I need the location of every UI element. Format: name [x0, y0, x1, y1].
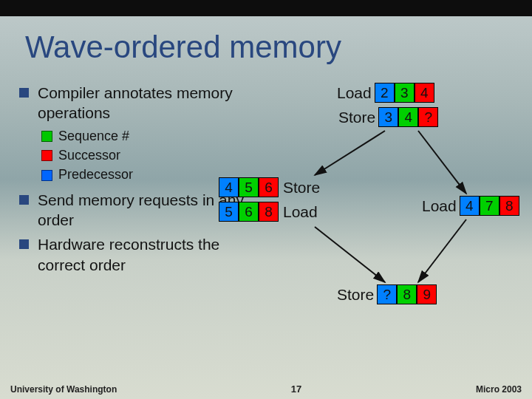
- op-right-load: Load 4 7 8: [422, 196, 519, 216]
- cell-seq: 8: [397, 284, 417, 304]
- bullet-2-text: Send memory requests in any order: [38, 190, 248, 231]
- cell-pred: 3: [378, 107, 398, 127]
- bullet-list: Compiler annotates memory operations Seq…: [19, 83, 248, 275]
- sub-1: Sequence #: [41, 128, 248, 145]
- op-left-load: 5 6 8 Load: [219, 202, 318, 222]
- content-area: Compiler annotates memory operations Seq…: [19, 83, 525, 377]
- cell-succ: ?: [418, 107, 438, 127]
- op-label: Load: [337, 84, 372, 102]
- op-label: Load: [283, 203, 318, 221]
- bullet-3: Hardware reconstructs the correct order: [19, 234, 248, 275]
- cell-succ: 4: [415, 83, 434, 103]
- bullet-icon: [19, 195, 29, 205]
- page-number: 17: [291, 383, 301, 395]
- op-top-store: Store 3 4 ?: [338, 107, 438, 127]
- sub-bullets: Sequence # Successor Predecessor: [41, 128, 248, 184]
- footer-right: Micro 2003: [476, 384, 522, 395]
- green-square-icon: [41, 131, 52, 142]
- slide-title: Wave-ordered memory: [0, 16, 532, 65]
- sub-3-text: Predecessor: [58, 166, 133, 183]
- op-label: Load: [422, 197, 457, 215]
- cell-pred: ?: [377, 284, 397, 304]
- cell-seq: 7: [480, 196, 499, 216]
- svg-line-0: [315, 131, 385, 175]
- op-label: Store: [337, 286, 374, 304]
- op-top-load: Load 2 3 4: [337, 83, 434, 103]
- top-black-bar: [0, 0, 532, 16]
- cell-succ: 9: [417, 284, 437, 304]
- cell-succ: 8: [259, 202, 279, 222]
- svg-line-2: [315, 227, 385, 282]
- op-label: Store: [283, 179, 320, 197]
- svg-line-1: [418, 131, 466, 194]
- cell-seq: 6: [239, 202, 259, 222]
- bullet-2: Send memory requests in any order: [19, 190, 248, 231]
- op-left-store: 4 5 6 Store: [219, 177, 320, 197]
- cell-seq: 5: [239, 177, 259, 197]
- bullet-icon: [19, 239, 29, 249]
- footer: University of Washington 17 Micro 2003: [0, 381, 532, 399]
- cell-seq: 4: [398, 107, 418, 127]
- diagram: Load 2 3 4 Store 3 4 ? 4 5 6 Store: [219, 79, 532, 360]
- op-label: Store: [338, 109, 375, 126]
- cell-seq: 3: [395, 83, 415, 103]
- op-bottom-store: Store ? 8 9: [337, 284, 437, 304]
- cell-pred: 5: [219, 202, 239, 222]
- sub-3: Predecessor: [41, 166, 248, 183]
- blue-square-icon: [41, 170, 52, 181]
- svg-line-3: [418, 219, 466, 282]
- red-square-icon: [41, 150, 52, 161]
- sub-2: Successor: [41, 147, 248, 164]
- bullet-1-text: Compiler annotates memory operations: [38, 83, 248, 123]
- sub-1-text: Sequence #: [58, 128, 129, 145]
- cell-succ: 6: [259, 177, 279, 197]
- sub-2-text: Successor: [58, 147, 120, 164]
- footer-left: University of Washington: [10, 384, 117, 395]
- cell-succ: 8: [499, 196, 519, 216]
- bullet-1: Compiler annotates memory operations: [19, 83, 248, 123]
- cell-pred: 4: [460, 196, 480, 216]
- bullet-3-text: Hardware reconstructs the correct order: [38, 234, 248, 275]
- bullet-icon: [19, 88, 29, 98]
- cell-pred: 4: [219, 177, 239, 197]
- cell-pred: 2: [375, 83, 395, 103]
